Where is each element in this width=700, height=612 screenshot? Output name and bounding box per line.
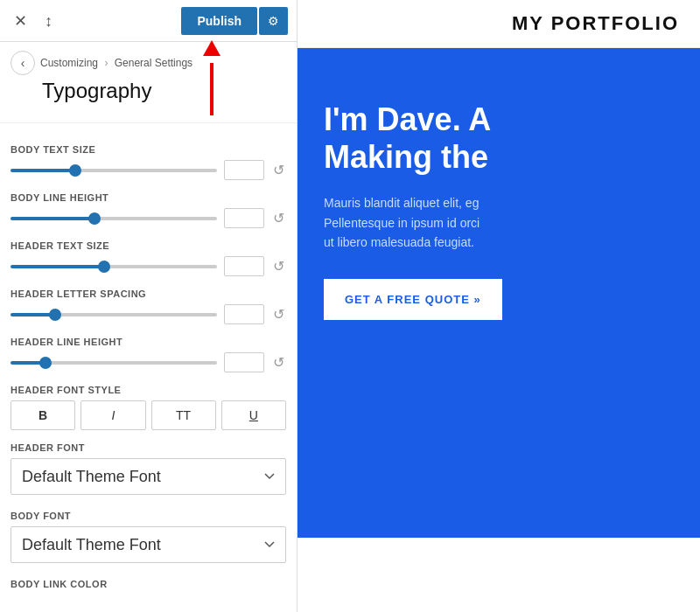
hero-subtext: Mauris blandit aliquet elit, eg Pellente… <box>324 193 674 252</box>
close-button[interactable]: ✕ <box>9 10 32 32</box>
top-divider <box>0 122 297 123</box>
body-text-size-label: BODY TEXT SIZE <box>10 144 286 155</box>
header-text-size-label: HEADER TEXT SIZE <box>10 240 286 251</box>
body-line-height-slider[interactable] <box>10 217 217 220</box>
body-text-size-value[interactable]: 13 <box>224 160 264 180</box>
header-line-height-reset[interactable]: ↺ <box>271 356 286 370</box>
body-text-size-reset[interactable]: ↺ <box>271 163 286 177</box>
header-line-height-row: 1 ↺ <box>10 352 286 372</box>
header-letter-spacing-reset[interactable]: ↺ <box>271 308 286 322</box>
header-letter-spacing-slider[interactable] <box>10 313 217 316</box>
body-text-size-row: 13 ↺ <box>10 160 286 180</box>
header-letter-spacing-row: 0 ↺ <box>10 304 286 324</box>
body-line-height-label: BODY LINE HEIGHT <box>10 192 286 203</box>
header-text-size-row: 30 ↺ <box>10 256 286 276</box>
sort-button[interactable]: ↕ <box>39 10 58 32</box>
hero-heading: I'm Dave. A Making the <box>324 101 674 176</box>
cta-button[interactable]: GET A FREE QUOTE » <box>324 279 502 320</box>
breadcrumb-parent: Customizing <box>40 57 98 69</box>
hero-heading-line2: Making the <box>324 138 674 176</box>
header-text-size-value[interactable]: 30 <box>224 256 264 276</box>
hero-subtext-line3: ut libero malesuada feugiat. <box>324 233 674 252</box>
top-bar-left: ✕ ↕ <box>9 10 174 32</box>
tt-style-button[interactable]: TT <box>151 400 216 430</box>
top-bar: ✕ ↕ Publish ⚙ <box>0 0 297 42</box>
header-line-height-slider[interactable] <box>10 361 217 365</box>
site-title: MY PORTFOLIO <box>512 12 679 34</box>
breadcrumb-area: ‹ Customizing › General Settings <box>0 42 297 75</box>
header-font-select[interactable]: Default Theme Font Arial Georgia Times N… <box>10 458 286 495</box>
hero-section: I'm Dave. A Making the Mauris blandit al… <box>298 48 700 538</box>
page-title: Typography <box>0 75 297 114</box>
body-text-size-slider[interactable] <box>10 169 217 172</box>
italic-style-button[interactable]: I <box>80 400 145 430</box>
header-font-style-label: HEADER FONT STYLE <box>10 385 286 395</box>
hero-subtext-line2: Pellentesque in ipsum id orci <box>324 213 674 233</box>
header-letter-spacing-value[interactable]: 0 <box>224 304 264 324</box>
bold-style-button[interactable]: B <box>10 400 75 430</box>
panel-content: BODY TEXT SIZE 13 ↺ BODY LINE HEIGHT 1.7… <box>0 132 297 612</box>
header-text-size-slider[interactable] <box>10 265 217 268</box>
body-line-height-reset[interactable]: ↺ <box>271 212 286 226</box>
underline-style-button[interactable]: U <box>221 400 286 430</box>
right-panel: MY PORTFOLIO I'm Dave. A Making the Maur… <box>298 0 700 612</box>
breadcrumb-current: General Settings <box>115 57 192 69</box>
header-line-height-label: HEADER LINE HEIGHT <box>10 337 286 347</box>
body-font-select[interactable]: Default Theme Font Arial Georgia Times N… <box>10 526 286 563</box>
publish-button[interactable]: Publish <box>181 7 257 35</box>
header-font-label: HEADER FONT <box>10 442 286 453</box>
body-line-height-row: 1.7 ↺ <box>10 208 286 228</box>
breadcrumb-separator: › <box>104 57 108 69</box>
site-header: MY PORTFOLIO <box>298 0 700 48</box>
header-line-height-value[interactable]: 1 <box>224 352 264 372</box>
back-button[interactable]: ‹ <box>10 51 35 75</box>
hero-heading-line1: I'm Dave. A <box>324 101 674 138</box>
body-link-color-label: BODY LINK COLOR <box>10 579 286 589</box>
header-letter-spacing-label: HEADER LETTER SPACING <box>10 289 286 299</box>
body-line-height-value[interactable]: 1.7 <box>224 208 264 228</box>
settings-button[interactable]: ⚙ <box>259 7 288 35</box>
hero-subtext-line1: Mauris blandit aliquet elit, eg <box>324 193 674 212</box>
header-text-size-reset[interactable]: ↺ <box>271 260 286 274</box>
header-font-style-row: B I TT U <box>10 400 286 430</box>
left-panel: ✕ ↕ Publish ⚙ ‹ Customizing › General Se… <box>0 0 298 612</box>
body-font-label: BODY FONT <box>10 511 286 521</box>
breadcrumb: Customizing › General Settings <box>40 57 192 69</box>
